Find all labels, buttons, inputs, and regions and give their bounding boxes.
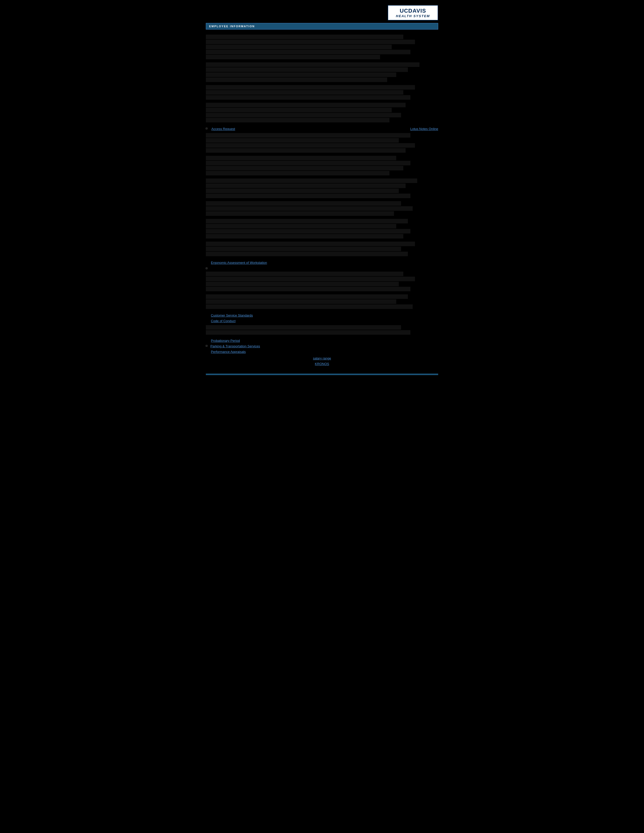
text-row (206, 304, 413, 309)
text-row (206, 156, 396, 160)
ergonomic-link[interactable]: Ergonomic Assessment of Workstation (211, 261, 267, 265)
section-4 (206, 325, 438, 337)
text-row (206, 247, 401, 251)
header-bar: EMPLOYEE INFORMATION (206, 23, 438, 29)
text-row (206, 77, 387, 82)
checkbox-icon-3: □ (206, 344, 207, 347)
text-row (206, 113, 401, 117)
text-row (206, 85, 415, 90)
access-request-section: Access Request (209, 127, 235, 131)
text-row (206, 224, 396, 228)
text-row (206, 282, 399, 286)
text-row (206, 35, 403, 39)
text-row (206, 40, 415, 44)
text-row (206, 299, 396, 304)
text-row (206, 95, 411, 100)
text-row (206, 229, 411, 233)
header-bar-label: EMPLOYEE INFORMATION (209, 25, 255, 28)
probationary-row: Probationary Period (206, 338, 438, 343)
text-row (206, 148, 406, 153)
performance-link[interactable]: Performance Appraisals (211, 350, 246, 354)
text-row (206, 188, 399, 193)
text-row (206, 161, 411, 165)
section-3 (206, 272, 438, 312)
text-row (206, 143, 415, 148)
text-row (206, 206, 413, 211)
section-1 (206, 35, 438, 125)
code-of-conduct-link[interactable]: Code of Conduct (211, 319, 236, 323)
text-row (206, 201, 401, 206)
ergonomic-row: Ergonomic Assessment of Workstation (206, 260, 438, 265)
access-request-link[interactable]: Access Request (211, 127, 235, 131)
page: UCDAVIS HEALTH SYSTEM EMPLOYEE INFORMATI… (201, 0, 443, 388)
footer-bar (206, 373, 438, 375)
checkbox-icon-1: □ (206, 127, 207, 130)
text-row (206, 68, 408, 72)
section-2 (206, 133, 438, 259)
salary-link[interactable]: salary range (313, 356, 331, 360)
text-row (206, 252, 408, 256)
kronos-link[interactable]: KRONOS (315, 362, 329, 366)
main-content: □ Access Request Lotus Notes Online (201, 35, 443, 366)
text-row (206, 325, 401, 330)
text-row (206, 103, 406, 107)
text-row (206, 166, 403, 170)
header-area: UCDAVIS HEALTH SYSTEM (201, 0, 443, 23)
text-row (206, 45, 392, 49)
text-row (206, 277, 415, 281)
customer-service-link[interactable]: Customer Service Standards (211, 314, 253, 317)
text-row (206, 118, 390, 122)
salary-row: salary range (206, 356, 438, 360)
customer-service-row: Customer Service Standards (206, 313, 438, 318)
kronos-row: KRONOS (206, 362, 438, 366)
text-row (206, 211, 394, 216)
text-row (206, 330, 411, 335)
text-row (206, 55, 380, 60)
lotus-notes-link[interactable]: Lotus Notes Online (410, 127, 438, 131)
logo-davis: DAVIS (408, 8, 426, 14)
text-row (206, 62, 420, 67)
text-row (206, 294, 408, 299)
text-row (206, 138, 399, 143)
probationary-link[interactable]: Probationary Period (211, 339, 240, 343)
text-row (206, 183, 406, 188)
parking-row: □ Parking & Transportation Services (206, 344, 438, 348)
text-row (206, 171, 390, 175)
parking-link[interactable]: Parking & Transportation Services (210, 344, 260, 348)
checkbox-icon-2: □ (206, 267, 207, 270)
text-row (206, 234, 403, 238)
logo-uc: UC (400, 8, 408, 14)
logo-box: UCDAVIS HEALTH SYSTEM (388, 5, 438, 21)
text-row (206, 90, 403, 95)
checkbox-row-2: □ (206, 266, 438, 270)
performance-row: Performance Appraisals (206, 349, 438, 354)
text-row (206, 194, 411, 198)
logo-system: HEALTH SYSTEM (396, 14, 430, 18)
text-row (206, 133, 411, 138)
access-request-row: □ Access Request Lotus Notes Online (206, 127, 438, 131)
code-of-conduct-row: Code of Conduct (206, 318, 438, 323)
text-row (206, 219, 408, 224)
logo-top: UCDAVIS (400, 8, 426, 14)
text-row (206, 50, 411, 54)
text-row (206, 272, 403, 276)
text-row (206, 241, 415, 246)
text-row (206, 108, 392, 113)
text-row (206, 287, 411, 291)
text-row (206, 178, 417, 183)
text-row (206, 72, 396, 77)
